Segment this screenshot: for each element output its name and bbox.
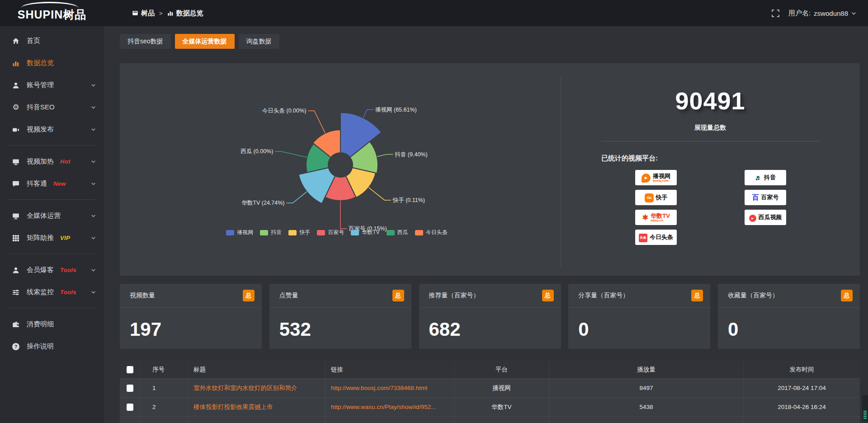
platform-name: 今日头条 bbox=[650, 234, 673, 240]
col-header-index: 序号 bbox=[140, 361, 188, 378]
home-icon bbox=[12, 38, 20, 45]
legend-item-播视网[interactable]: 播视网 bbox=[226, 229, 253, 236]
grid-icon bbox=[12, 235, 20, 242]
cell-plays: 5438 bbox=[549, 398, 744, 416]
sidebar-item-矩阵助推[interactable]: 矩阵助推 VIP bbox=[0, 227, 104, 249]
video-title-link[interactable]: 楼体投影灯投影效果震撼上市 bbox=[193, 403, 273, 411]
sidebar-item-抖客通[interactable]: 抖客通 New bbox=[0, 173, 104, 195]
video-url-link[interactable]: http://www.wasu.cn/Play/show/id/952... bbox=[331, 404, 436, 410]
legend-label: 百家号 bbox=[328, 229, 344, 236]
platform-badge-播视网[interactable]: ▶ 播视网 boosj.com bbox=[635, 170, 677, 185]
sidebar-item-操作说明[interactable]: ? 操作说明 bbox=[0, 335, 104, 357]
tab-全媒体运营数据[interactable]: 全媒体运营数据 bbox=[175, 34, 235, 49]
baijia-icon: 百 bbox=[752, 193, 759, 202]
tab-抖音seo数据[interactable]: 抖音seo数据 bbox=[120, 34, 171, 49]
breadcrumb: 树品 > 数据总览 bbox=[132, 9, 203, 18]
legend-item-百家号[interactable]: 百家号 bbox=[317, 229, 344, 236]
platform-badge-西瓜视频[interactable]: ▶ 西瓜视频 bbox=[745, 210, 786, 225]
stat-card-value: 0 bbox=[718, 308, 860, 340]
rose-pie-chart[interactable]: 播视网 (65.61%)抖音 (9.40%)快手 (0.11%)百家号 (0.1… bbox=[120, 63, 554, 276]
stat-card-视频数量: 视频数量 总 197 bbox=[120, 284, 262, 349]
chart-icon bbox=[12, 60, 20, 67]
cell-published: 2017-08-24 17:04 bbox=[744, 379, 860, 397]
legend-item-华数TV[interactable]: 华数TV bbox=[351, 229, 379, 236]
bar-chart-icon bbox=[167, 10, 174, 16]
platform-badge-今日头条[interactable]: 头条 今日头条 bbox=[635, 230, 677, 245]
sidebar-item-视频发布[interactable]: 视频发布 bbox=[0, 118, 104, 141]
user-icon bbox=[12, 82, 20, 89]
tab-询盘数据[interactable]: 询盘数据 bbox=[239, 34, 279, 49]
platform-name: 抖音 bbox=[764, 174, 776, 181]
total-badge[interactable]: 总 bbox=[392, 290, 404, 301]
logo-text: SHUPIN树品 bbox=[18, 7, 86, 22]
chevron-down-icon bbox=[851, 11, 856, 16]
legend-item-西瓜[interactable]: 西瓜 bbox=[387, 229, 408, 236]
total-badge[interactable]: 总 bbox=[542, 290, 554, 301]
total-badge[interactable]: 总 bbox=[243, 290, 255, 301]
toutiao-icon: 头条 bbox=[639, 232, 647, 242]
sidebar-item-视频加热[interactable]: 视频加热 Hot bbox=[0, 150, 104, 173]
platforms-label: 已统计的视频平台: bbox=[601, 154, 658, 163]
sidebar-item-label: 视频发布 bbox=[27, 125, 54, 134]
chevron-down-icon bbox=[91, 159, 96, 164]
pie-label-西瓜: 西瓜 (0.00%) bbox=[241, 148, 273, 155]
sidebar-item-label: 抖音SEO bbox=[27, 103, 55, 112]
sidebar-item-会员爆客[interactable]: 会员爆客 Tools bbox=[0, 259, 104, 281]
platform-badge-抖音[interactable]: ♬ 抖音 bbox=[745, 170, 786, 185]
stat-card-点赞量: 点赞量 总 532 bbox=[269, 284, 411, 349]
stat-card-value: 532 bbox=[269, 308, 411, 340]
row-checkbox[interactable] bbox=[127, 404, 133, 411]
total-badge[interactable]: 总 bbox=[691, 290, 703, 301]
label-line-百家号 bbox=[340, 201, 347, 229]
sidebar-item-抖音SEO[interactable]: ⚙ 抖音SEO bbox=[0, 96, 104, 118]
breadcrumb-root[interactable]: 树品 bbox=[132, 9, 155, 18]
col-header-platform: 平台 bbox=[454, 361, 549, 378]
sidebar-item-首页[interactable]: 首页 bbox=[0, 30, 104, 52]
fullscreen-icon[interactable] bbox=[772, 9, 779, 17]
sidebar-item-badge: New bbox=[53, 180, 66, 187]
stat-card-value: 197 bbox=[120, 308, 262, 340]
sidebar-item-label: 操作说明 bbox=[27, 342, 54, 351]
cell-published: 2018-04-26 16:24 bbox=[744, 398, 860, 416]
row-checkbox[interactable] bbox=[127, 385, 133, 392]
pie-label-华数TV: 华数TV (24.74%) bbox=[241, 200, 284, 206]
user-menu[interactable]: 用户名: zswodun88 bbox=[788, 9, 856, 18]
video-icon bbox=[12, 126, 20, 133]
select-all-checkbox[interactable] bbox=[127, 366, 133, 373]
sidebar-item-全媒体运营[interactable]: 全媒体运营 bbox=[0, 205, 104, 227]
legend-item-快手[interactable]: 快手 bbox=[288, 229, 310, 236]
sidebar-item-线索监控[interactable]: 线索监控 Tools bbox=[0, 281, 104, 303]
stat-card-value: 682 bbox=[419, 308, 561, 340]
sidebar-divider bbox=[8, 199, 96, 200]
table-row-partial bbox=[120, 417, 860, 423]
platform-name: 华数TV bbox=[651, 213, 670, 219]
legend-swatch bbox=[387, 230, 395, 235]
sidebar-item-消费明细[interactable]: 消费明细 bbox=[0, 313, 104, 335]
pie-label-抖音: 抖音 (9.40%) bbox=[394, 151, 427, 158]
sidebar-divider bbox=[8, 254, 96, 254]
sidebar-item-label: 矩阵助推 bbox=[27, 234, 54, 242]
platform-name: 播视网 bbox=[653, 173, 670, 179]
cell-platform: 华数TV bbox=[454, 398, 549, 416]
total-badge[interactable]: 总 bbox=[841, 290, 853, 301]
col-header-published: 发布时间 bbox=[744, 361, 860, 378]
video-title-link[interactable]: 室外水纹灯和室内水纹灯的区别和简介 bbox=[193, 384, 297, 392]
stat-card-value: 0 bbox=[568, 308, 710, 340]
platform-badge-百家号[interactable]: 百 百家号 bbox=[745, 190, 786, 205]
app-logo[interactable]: SHUPIN树品 bbox=[0, 0, 104, 26]
platform-badge-快手[interactable]: Oo 快手 bbox=[635, 190, 677, 205]
legend-item-今日头条[interactable]: 今日头条 bbox=[415, 229, 448, 236]
monitor2-icon bbox=[12, 212, 20, 220]
sidebar-item-数据总览[interactable]: 数据总览 bbox=[0, 52, 104, 74]
platform-name: 百家号 bbox=[761, 194, 779, 201]
xigua-icon: ▶ bbox=[749, 213, 756, 222]
platform-badge-华数TV[interactable]: ✱ 华数TV wasu.cn bbox=[635, 210, 677, 225]
floating-widget[interactable] bbox=[862, 395, 868, 421]
breadcrumb-current[interactable]: 数据总览 bbox=[167, 9, 203, 18]
chevron-down-icon bbox=[91, 105, 96, 110]
video-url-link[interactable]: http://www.boosj.com/7338468.html bbox=[331, 385, 427, 391]
sidebar-item-账号管理[interactable]: 账号管理 bbox=[0, 74, 104, 96]
chevron-down-icon bbox=[91, 213, 96, 218]
platform-name: 西瓜视频 bbox=[759, 214, 782, 221]
legend-item-抖音[interactable]: 抖音 bbox=[260, 229, 282, 236]
